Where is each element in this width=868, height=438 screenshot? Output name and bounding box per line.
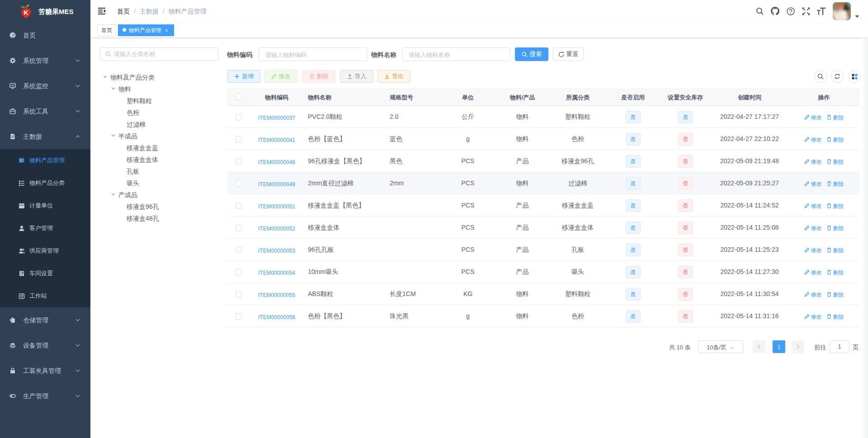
svg-text:K: K: [24, 9, 28, 16]
